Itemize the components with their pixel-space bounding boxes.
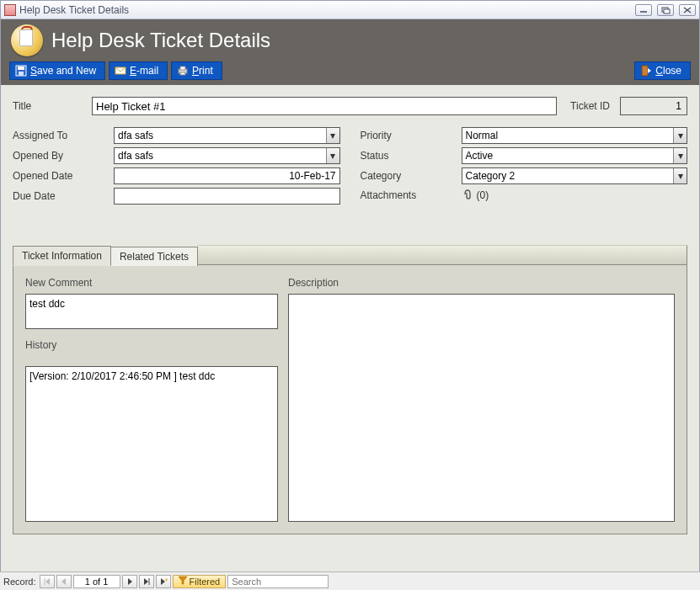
due-date-label: Due Date	[13, 190, 114, 202]
page-title: Help Desk Ticket Details	[51, 29, 270, 52]
svg-rect-10	[180, 66, 185, 70]
email-button[interactable]: E-mail	[109, 61, 168, 80]
tab-ticket-information[interactable]: Ticket Information	[13, 246, 111, 266]
chevron-down-icon: ▾	[326, 128, 339, 143]
save-icon	[15, 65, 27, 77]
record-search-input[interactable]	[227, 575, 329, 588]
chevron-down-icon: ▾	[673, 168, 687, 183]
svg-marker-15	[45, 578, 50, 585]
minimize-button[interactable]	[635, 4, 652, 16]
priority-label: Priority	[361, 130, 462, 141]
attachments-field[interactable]: (0)	[462, 188, 688, 202]
new-comment-label: New Comment	[25, 277, 278, 289]
new-comment-value: test ddc	[29, 298, 65, 310]
svg-rect-2	[664, 9, 670, 13]
record-navigator: Record: ✳ Filtered	[0, 571, 700, 590]
priority-value: Normal	[466, 130, 499, 141]
close-button[interactable]: Close	[634, 61, 691, 80]
status-label: Status	[361, 150, 462, 162]
app-icon	[4, 4, 16, 16]
record-label: Record:	[3, 577, 36, 587]
chevron-down-icon: ▾	[326, 148, 339, 163]
window-titlebar: Help Desk Ticket Details	[1, 1, 699, 19]
category-label: Category	[361, 170, 462, 182]
svg-marker-22	[179, 577, 187, 584]
save-and-new-button[interactable]: Save and New	[9, 61, 105, 80]
history-value: [Version: 2/10/2017 2:46:50 PM ] test dd…	[29, 370, 215, 382]
chevron-down-icon: ▾	[673, 148, 687, 163]
svg-rect-11	[180, 72, 185, 75]
svg-rect-6	[18, 66, 24, 70]
assigned-to-value: dfa safs	[118, 130, 153, 141]
history-label: History	[25, 339, 278, 351]
door-icon	[640, 65, 652, 77]
prev-record-button[interactable]	[56, 575, 72, 588]
svg-marker-13	[648, 68, 651, 73]
restore-button[interactable]	[657, 4, 674, 16]
tab-related-tickets[interactable]: Related Tickets	[110, 247, 198, 266]
next-record-button[interactable]	[122, 575, 137, 588]
mail-icon	[115, 65, 126, 77]
form-header: Help Desk Ticket Details Save and New E-…	[1, 19, 699, 85]
opened-by-value: dfa safs	[118, 150, 153, 162]
close-window-button[interactable]	[679, 4, 696, 16]
email-accel: E	[130, 65, 136, 77]
print-button[interactable]: Print	[171, 61, 222, 80]
category-select[interactable]: Category 2 ▾	[462, 167, 688, 184]
ticket-id-value: 1	[620, 97, 687, 115]
opened-date-label: Opened Date	[13, 170, 114, 182]
svg-rect-7	[19, 72, 24, 76]
due-date-input[interactable]	[114, 188, 340, 205]
tabstrip: Ticket Information Related Tickets	[13, 245, 687, 265]
title-label: Title	[13, 100, 87, 112]
tabstrip-filler	[197, 245, 687, 265]
svg-rect-12	[642, 66, 648, 76]
category-value: Category 2	[466, 170, 516, 182]
close-accel: C	[655, 65, 663, 77]
svg-marker-18	[144, 578, 148, 585]
status-value: Active	[466, 150, 494, 162]
tab-panel: New Comment test ddc History [Version: 2…	[13, 265, 687, 534]
filter-label: Filtered	[190, 577, 221, 587]
title-input[interactable]	[92, 97, 557, 115]
window-title: Help Desk Ticket Details	[19, 4, 129, 16]
history-box[interactable]: [Version: 2/10/2017 2:46:50 PM ] test dd…	[25, 366, 278, 522]
first-record-button[interactable]	[40, 575, 55, 588]
form-body: Title Ticket ID 1 Assigned To dfa safs ▾…	[1, 85, 699, 572]
svg-text:✳: ✳	[164, 577, 168, 582]
attachments-count: (0)	[477, 189, 489, 201]
new-record-button[interactable]: ✳	[156, 575, 171, 588]
attachments-label: Attachments	[361, 189, 462, 201]
assigned-to-label: Assigned To	[13, 130, 114, 141]
opened-by-label: Opened By	[13, 150, 114, 162]
toolbar: Save and New E-mail Print Close	[1, 56, 699, 85]
print-icon	[177, 65, 189, 77]
last-record-button[interactable]	[139, 575, 154, 588]
svg-marker-17	[128, 578, 132, 585]
record-position[interactable]	[73, 575, 120, 588]
print-accel: P	[192, 65, 199, 77]
description-input[interactable]	[288, 294, 675, 522]
new-comment-input[interactable]: test ddc	[25, 294, 278, 329]
save-accel: S	[30, 65, 37, 77]
ticket-id-label: Ticket ID	[570, 100, 610, 112]
svg-marker-16	[61, 578, 66, 585]
priority-select[interactable]: Normal ▾	[462, 127, 688, 144]
chevron-down-icon: ▾	[673, 128, 687, 143]
filter-toggle[interactable]: Filtered	[173, 575, 227, 588]
paperclip-icon	[462, 188, 473, 202]
opened-date-input[interactable]: 10-Feb-17	[114, 167, 340, 184]
status-select[interactable]: Active ▾	[462, 147, 688, 164]
description-label: Description	[288, 277, 675, 289]
opened-date-value: 10-Feb-17	[289, 170, 335, 182]
funnel-icon	[179, 577, 187, 587]
opened-by-select[interactable]: dfa safs ▾	[114, 147, 340, 164]
assigned-to-select[interactable]: dfa safs ▾	[114, 127, 340, 144]
ticket-icon	[11, 24, 43, 56]
